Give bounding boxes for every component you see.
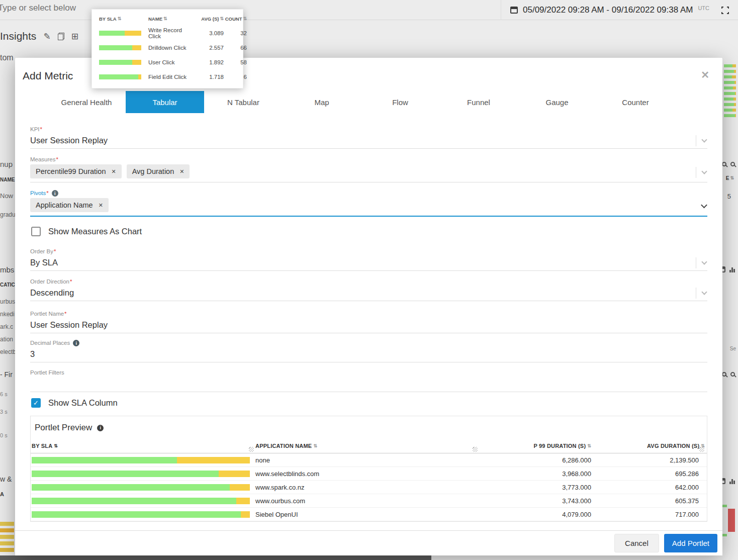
avg-duration-cell: 695.286: [592, 470, 706, 478]
sort-icon[interactable]: ⇅: [54, 444, 58, 448]
sla-green-bar: [32, 498, 236, 504]
sla-bar-cell: [32, 484, 255, 491]
tab-counter[interactable]: Counter: [596, 91, 675, 113]
tab-gauge[interactable]: Gauge: [518, 91, 596, 113]
application-name-cell: none: [255, 456, 479, 464]
info-icon: i: [73, 340, 79, 346]
sla-tooltip: BY SLA⇅ NAME⇅ AVG (S)⇅ COUNT⇅ Write Reco…: [91, 9, 243, 88]
sla-bar: [99, 31, 141, 36]
sla-green-bar: [32, 484, 230, 491]
avg-duration-cell: 642.000: [592, 484, 706, 491]
tooltip-avg: 2.557: [194, 45, 224, 51]
portlet-filters-input[interactable]: [30, 378, 707, 392]
tab-flow[interactable]: Flow: [361, 91, 439, 113]
chevron-down-icon[interactable]: [701, 168, 707, 174]
tooltip-name: Drilldown Click: [148, 45, 194, 51]
tooltip-row: Write Record Click 3.089 32: [92, 26, 243, 40]
application-name-cell: www.ourbus.com: [255, 497, 479, 505]
order-by-select[interactable]: By SLA: [30, 256, 707, 271]
cancel-button[interactable]: Cancel: [614, 534, 659, 552]
order-direction-value: Descending: [30, 288, 74, 298]
column-header-application-name[interactable]: APPLICATION NAME⇅: [255, 438, 479, 453]
column-resize-handle[interactable]: [249, 447, 254, 452]
tab-tabular[interactable]: Tabular: [126, 91, 204, 113]
modal-footer: Cancel Add Portlet: [15, 530, 722, 555]
chevron-down-icon[interactable]: [701, 137, 707, 142]
application-name-cell: www.selectblinds.com: [255, 470, 479, 478]
sla-bar: [99, 74, 141, 79]
measures-select[interactable]: Percentile99 Duration✕ Avg Duration✕: [30, 164, 707, 182]
tooltip-header-avg: AVG (S)⇅: [194, 16, 224, 22]
portlet-name-value: User Session Replay: [30, 320, 108, 330]
chip-close-icon[interactable]: ✕: [99, 202, 103, 209]
divider: [696, 167, 696, 178]
divider: [696, 288, 696, 299]
sla-yellow-bar: [230, 484, 249, 491]
pivots-label: Pivots*i: [30, 190, 707, 198]
metric-type-tabs: General Health Tabular N Tabular Map Flo…: [47, 91, 722, 113]
chip-close-icon[interactable]: ✕: [179, 168, 184, 175]
kpi-field: KPI* User Session Replay: [30, 126, 707, 149]
add-portlet-button[interactable]: Add Portlet: [664, 534, 717, 552]
decimal-places-field: Decimal Placesi 3: [30, 340, 707, 362]
tooltip-header-name: NAME⇅: [148, 16, 194, 22]
order-direction-field: Order Direction* Descending: [30, 278, 707, 301]
tooltip-avg: 1.718: [194, 74, 224, 80]
tab-n-tabular[interactable]: N Tabular: [204, 91, 283, 113]
sort-icon[interactable]: ⇅: [313, 444, 317, 448]
column-resize-handle[interactable]: [699, 447, 704, 452]
show-measures-as-chart-checkbox[interactable]: [31, 227, 41, 236]
sla-bar: [99, 45, 141, 50]
measure-chip[interactable]: Percentile99 Duration✕: [30, 164, 122, 178]
show-sla-column-checkbox[interactable]: ✓: [31, 398, 41, 408]
chevron-down-icon[interactable]: [701, 289, 707, 295]
sla-yellow-bar: [177, 457, 250, 463]
info-icon: i: [97, 425, 104, 431]
sort-icon: ⇅: [243, 17, 247, 21]
avg-duration-cell: 717.000: [592, 511, 706, 518]
sla-bar-cell: [32, 511, 255, 518]
preview-table-row: none 6,286.000 2,139.500: [31, 453, 707, 467]
decimal-places-value: 3: [30, 349, 35, 359]
pivot-chip[interactable]: Application Name✕: [30, 198, 109, 212]
portlet-name-label: Portlet Name*: [30, 311, 707, 319]
kpi-select[interactable]: User Session Replay: [30, 134, 707, 149]
chevron-down-icon[interactable]: [701, 259, 707, 264]
column-header-p99-duration[interactable]: P 99 DURATION (S)⇅: [479, 438, 592, 453]
tooltip-row: Drilldown Click 2.557 66: [92, 40, 243, 55]
order-by-label: Order By*: [30, 248, 707, 256]
chip-close-icon[interactable]: ✕: [111, 168, 116, 175]
tooltip-header-count: COUNT⇅: [224, 16, 247, 22]
column-header-avg-duration[interactable]: AVG DURATION (S)⇅: [592, 438, 706, 453]
preview-header-row: BY SLA⇅ APPLICATION NAME⇅ P 99 DURATION …: [31, 438, 707, 453]
tooltip-name: Write Record Click: [148, 27, 194, 39]
decimal-places-input[interactable]: 3: [30, 348, 707, 362]
tab-funnel[interactable]: Funnel: [439, 91, 518, 113]
decimal-places-label: Decimal Placesi: [30, 340, 707, 348]
preview-table-row: www.selectblinds.com 3,968.000 695.286: [31, 467, 707, 481]
application-name-cell: www.spark.co.nz: [255, 484, 479, 491]
order-by-value: By SLA: [30, 258, 58, 267]
column-header-by-sla[interactable]: BY SLA⇅: [32, 438, 255, 453]
column-resize-handle[interactable]: [473, 447, 478, 452]
order-direction-select[interactable]: Descending: [30, 287, 707, 301]
pivots-select[interactable]: Application Name✕: [30, 198, 707, 217]
measure-chip[interactable]: Avg Duration✕: [127, 164, 190, 178]
tooltip-header-by-sla: BY SLA⇅: [99, 16, 148, 22]
tooltip-header-row: BY SLA⇅ NAME⇅ AVG (S)⇅ COUNT⇅: [92, 12, 243, 26]
close-icon[interactable]: ✕: [701, 69, 709, 81]
avg-duration-cell: 2,139.500: [592, 456, 706, 464]
sla-green-bar: [32, 471, 219, 477]
show-measures-as-chart-row: Show Measures As Chart: [31, 227, 707, 236]
portlet-preview-title-row: Portlet Preview i: [31, 416, 707, 438]
p99-duration-cell: 3,743.000: [479, 497, 592, 505]
tooltip-count: 66: [224, 45, 247, 51]
chevron-down-icon[interactable]: [701, 202, 707, 208]
sort-icon[interactable]: ⇅: [587, 444, 591, 448]
preview-table-row: www.ourbus.com 3,743.000 605.375: [31, 494, 707, 508]
avg-duration-cell: 605.375: [592, 497, 706, 505]
info-icon: i: [52, 190, 58, 197]
tab-general-health[interactable]: General Health: [47, 91, 126, 113]
tab-map[interactable]: Map: [283, 91, 361, 113]
portlet-name-input[interactable]: User Session Replay: [30, 319, 707, 333]
